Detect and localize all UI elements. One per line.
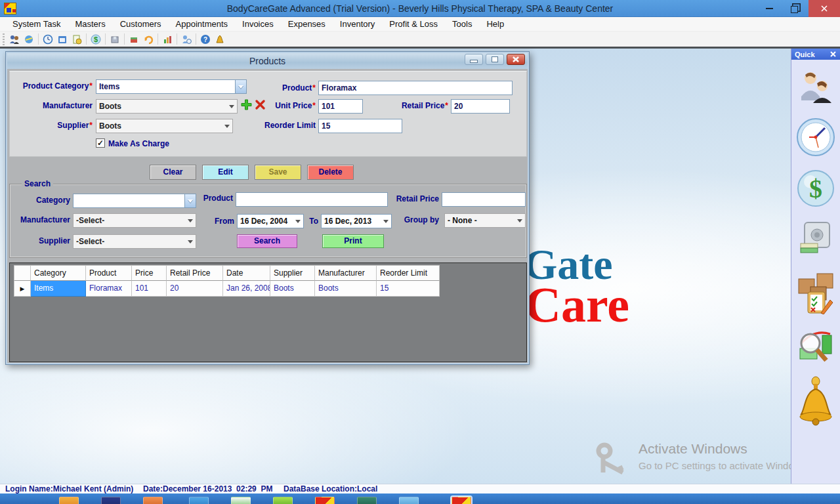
group-by-select[interactable]: - None - — [444, 213, 526, 228]
cell-supplier[interactable]: Boots — [270, 281, 315, 297]
close-icon[interactable] — [808, 0, 840, 17]
menu-expenses[interactable]: Expenses — [281, 17, 333, 32]
help-icon[interactable]: ? — [199, 33, 212, 45]
column-header-price[interactable]: Price — [132, 265, 167, 281]
chevron-down-icon[interactable] — [292, 215, 303, 228]
taskbar-app-icon[interactable] — [101, 497, 121, 504]
manufacturer-select[interactable]: Boots — [96, 99, 238, 114]
menu-masters[interactable]: Masters — [68, 17, 112, 32]
calendar-icon[interactable] — [56, 33, 69, 45]
dialog-minimize-icon[interactable] — [465, 54, 483, 65]
column-header-date[interactable]: Date — [223, 265, 270, 281]
menu-customers[interactable]: Customers — [113, 17, 169, 32]
chart-icon[interactable] — [161, 33, 174, 45]
menu-inventory[interactable]: Inventory — [333, 17, 382, 32]
undo-icon[interactable] — [142, 33, 155, 45]
reports-icon[interactable] — [796, 326, 835, 367]
search-product-label: Product — [198, 194, 233, 203]
menu-system-task[interactable]: System Task — [5, 17, 68, 32]
chevron-down-icon[interactable] — [226, 100, 237, 113]
invoice-icon[interactable] — [70, 33, 83, 45]
make-as-charge-checkbox[interactable] — [96, 138, 105, 148]
taskbar-app-icon-active[interactable] — [452, 497, 471, 504]
package-icon[interactable] — [127, 33, 140, 45]
cell-product[interactable]: Floramax — [86, 281, 132, 297]
chevron-down-icon[interactable] — [184, 194, 196, 207]
menu-help[interactable]: Help — [479, 17, 511, 32]
customers-icon[interactable] — [8, 33, 21, 45]
chevron-down-icon[interactable] — [184, 214, 196, 227]
safe-icon[interactable] — [798, 220, 833, 258]
table-row[interactable]: Items Floramax 101 20 Jan 26, 2008 Boots… — [14, 281, 440, 297]
taskbar-app-icon[interactable] — [399, 497, 419, 504]
cell-price[interactable]: 101 — [132, 281, 167, 297]
edit-button[interactable]: Edit — [202, 165, 249, 180]
cell-reorder-limit[interactable]: 15 — [377, 281, 440, 297]
taskbar-app-icon[interactable] — [273, 497, 293, 504]
unit-price-field[interactable] — [318, 99, 363, 114]
save-button[interactable]: Save — [255, 165, 301, 180]
reorder-limit-field[interactable] — [318, 119, 402, 133]
retail-price-field[interactable] — [451, 99, 510, 114]
search-category-select[interactable] — [73, 194, 196, 208]
customers-icon[interactable] — [797, 69, 834, 108]
bell-icon[interactable] — [213, 33, 226, 45]
delete-button[interactable]: Delete — [307, 165, 354, 180]
clock-icon[interactable] — [796, 117, 835, 159]
product-category-select[interactable]: Items — [96, 79, 247, 94]
chevron-down-icon[interactable] — [184, 235, 196, 248]
chevron-down-icon[interactable] — [514, 214, 525, 227]
column-header-retail-price[interactable]: Retail Price — [167, 265, 223, 281]
finance-icon[interactable]: $ — [796, 169, 835, 211]
supplier-select[interactable]: Boots — [96, 119, 233, 133]
reminder-bell-icon[interactable] — [797, 376, 834, 430]
restore-icon[interactable] — [782, 0, 808, 17]
dollar-icon[interactable]: $ — [89, 33, 102, 45]
appointments-icon[interactable] — [22, 33, 35, 45]
search-manufacturer-select[interactable]: -Select- — [73, 213, 196, 228]
inventory-icon[interactable] — [795, 267, 837, 317]
quick-close-icon[interactable] — [830, 51, 837, 58]
taskbar-app-icon[interactable] — [231, 497, 251, 504]
reorder-limit-label: Reorder Limit — [255, 121, 316, 130]
taskbar-app-icon[interactable] — [143, 497, 163, 504]
column-header-product[interactable]: Product — [86, 265, 132, 281]
menu-invoices[interactable]: Invoices — [235, 17, 281, 32]
user-clock-icon[interactable] — [180, 33, 193, 45]
cell-date[interactable]: Jan 26, 2008 — [223, 281, 270, 297]
menu-profit-loss[interactable]: Profit & Loss — [382, 17, 445, 32]
search-supplier-select[interactable]: -Select- — [73, 234, 196, 249]
taskbar-app-icon[interactable] — [315, 497, 335, 504]
search-button[interactable]: Search — [237, 234, 297, 248]
taskbar-app-icon[interactable] — [189, 497, 209, 504]
search-product-field[interactable] — [236, 192, 388, 207]
dialog-maximize-icon[interactable] — [486, 54, 504, 65]
clear-button[interactable]: Clear — [150, 165, 196, 180]
cell-retail-price[interactable]: 20 — [167, 281, 223, 297]
taskbar-app-icon[interactable] — [59, 497, 79, 504]
chevron-down-icon[interactable] — [235, 80, 246, 93]
taskbar-app-icon[interactable] — [357, 497, 377, 504]
add-manufacturer-icon[interactable] — [241, 99, 252, 110]
cell-category[interactable]: Items — [31, 281, 86, 297]
clock-icon[interactable] — [41, 33, 54, 45]
search-retail-price-field[interactable] — [442, 192, 526, 207]
dialog-close-icon[interactable] — [507, 54, 525, 65]
to-date-select[interactable]: 16 Dec, 2013 — [321, 214, 392, 228]
from-date-select[interactable]: 16 Dec, 2004 — [237, 214, 304, 228]
product-field[interactable] — [318, 81, 513, 95]
row-selector-icon[interactable] — [14, 281, 31, 297]
column-header-reorder-limit[interactable]: Reorder Limit — [377, 265, 440, 281]
column-header-category[interactable]: Category — [31, 265, 86, 281]
inventory-icon[interactable] — [108, 33, 121, 45]
print-button[interactable]: Print — [322, 234, 384, 248]
chevron-down-icon[interactable] — [221, 119, 232, 133]
column-header-manufacturer[interactable]: Manufacturer — [315, 265, 377, 281]
menu-tools[interactable]: Tools — [445, 17, 479, 32]
chevron-down-icon[interactable] — [380, 215, 391, 228]
minimize-icon[interactable] — [756, 0, 782, 17]
cell-manufacturer[interactable]: Boots — [315, 281, 377, 297]
column-header-supplier[interactable]: Supplier — [270, 265, 315, 281]
menu-appointments[interactable]: Appointments — [169, 17, 236, 32]
make-as-charge-label: Make As Charge — [108, 139, 187, 148]
